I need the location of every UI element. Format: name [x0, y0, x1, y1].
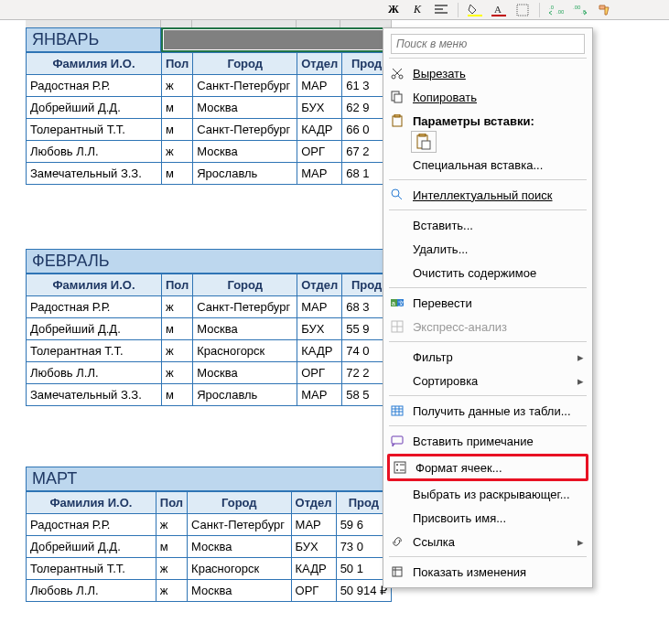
align-button[interactable]: [432, 2, 450, 18]
cell-sex[interactable]: ж: [156, 514, 187, 536]
cell-sex[interactable]: ж: [162, 340, 193, 362]
cell-city[interactable]: Москва: [193, 141, 297, 163]
menu-insert-comment[interactable]: Вставить примечание: [383, 429, 592, 453]
menu-smart-lookup[interactable]: Интеллектуальный поиск: [383, 183, 592, 207]
menu-cut[interactable]: Вырезать: [383, 61, 592, 85]
bold-button[interactable]: Ж: [384, 2, 403, 18]
table-row[interactable]: Любовь Л.Л. ж Москва ОРГ 72 2: [27, 362, 392, 384]
menu-clear-contents[interactable]: Очистить содержимое: [383, 261, 592, 284]
cell-dept[interactable]: МАР: [297, 75, 342, 97]
menu-format-cells[interactable]: Формат ячеек...: [387, 454, 588, 481]
cell-dept[interactable]: МАР: [291, 514, 336, 536]
cell-name[interactable]: Толерантный Т.Т.: [27, 119, 162, 141]
cell-city[interactable]: Ярославль: [193, 163, 297, 185]
paste-option-default[interactable]: [411, 131, 437, 153]
cell-city[interactable]: Москва: [193, 97, 297, 119]
cell-name[interactable]: Любовь Л.Л.: [27, 580, 156, 602]
table-row[interactable]: Добрейший Д.Д. м Москва БУХ 55 9: [27, 318, 392, 340]
cell-city[interactable]: Красногорск: [193, 340, 297, 362]
italic-button[interactable]: К: [408, 2, 426, 18]
cell-city[interactable]: Санкт-Петербург: [188, 514, 291, 536]
table-row[interactable]: Толерантный Т.Т. ж Красногорск КАДР 50 1: [27, 558, 392, 580]
menu-insert[interactable]: Вставить...: [383, 213, 592, 237]
cell-dept[interactable]: БУХ: [297, 97, 342, 119]
menu-delete[interactable]: Удалить...: [383, 237, 592, 261]
cell-name[interactable]: Любовь Л.Л.: [27, 141, 162, 163]
table-row[interactable]: Замечательный З.З. м Ярославль МАР 68 1: [27, 163, 392, 185]
cell-dept[interactable]: КАДР: [297, 119, 342, 141]
cell-name[interactable]: Радостная Р.Р.: [27, 75, 162, 97]
cell-name[interactable]: Добрейший Д.Д.: [27, 536, 156, 558]
cell-dept[interactable]: ОРГ: [297, 362, 342, 384]
cell-sex[interactable]: м: [162, 97, 193, 119]
table-row[interactable]: Радостная Р.Р. ж Санкт-Петербург МАР 59 …: [27, 514, 392, 536]
cell-dept[interactable]: МАР: [297, 163, 342, 185]
cell-city[interactable]: Москва: [193, 362, 297, 384]
cell-city[interactable]: Москва: [188, 536, 291, 558]
cell-sex[interactable]: ж: [156, 558, 187, 580]
cell-city[interactable]: Москва: [188, 580, 291, 602]
cell-sex[interactable]: м: [162, 318, 193, 340]
cell-dept[interactable]: ОРГ: [291, 580, 336, 602]
menu-search-input[interactable]: [391, 34, 585, 54]
cell-sex[interactable]: ж: [162, 296, 193, 318]
cell-name[interactable]: Толерантный Т.Т.: [27, 558, 156, 580]
cell-dept[interactable]: КАДР: [297, 340, 342, 362]
selected-range[interactable]: [161, 27, 392, 52]
table-row[interactable]: Любовь Л.Л. ж Москва ОРГ 67 2: [27, 141, 392, 163]
cell-dept[interactable]: МАР: [297, 384, 342, 406]
cell-name[interactable]: Добрейший Д.Д.: [27, 97, 162, 119]
decrease-decimal-button[interactable]: .0.00: [547, 2, 566, 18]
borders-button[interactable]: [513, 2, 532, 18]
table-row[interactable]: Толерантный Т.Т. м Санкт-Петербург КАДР …: [27, 119, 392, 141]
menu-link[interactable]: Ссылка ▸: [383, 530, 592, 553]
menu-filter[interactable]: Фильтр ▸: [383, 345, 592, 369]
cell-city[interactable]: Ярославль: [193, 384, 297, 406]
cell-sex[interactable]: м: [156, 536, 187, 558]
cell-sex[interactable]: м: [162, 119, 193, 141]
table-row[interactable]: Любовь Л.Л. ж Москва ОРГ 50 914 ₽: [27, 580, 392, 602]
cell-city[interactable]: Москва: [193, 318, 297, 340]
cell-sex[interactable]: м: [162, 163, 193, 185]
cell-name[interactable]: Любовь Л.Л.: [27, 362, 162, 384]
cell-name[interactable]: Добрейший Д.Д.: [27, 318, 162, 340]
cell-dept[interactable]: БУХ: [291, 536, 336, 558]
cell-sex[interactable]: м: [162, 384, 193, 406]
table-row[interactable]: Толерантная Т.Т. ж Красногорск КАДР 74 0: [27, 340, 392, 362]
menu-define-name[interactable]: Присвоить имя...: [383, 506, 592, 530]
table-row[interactable]: Замечательный З.З. м Ярославль МАР 58 5: [27, 384, 392, 406]
format-painter-button[interactable]: [595, 2, 613, 18]
menu-translate[interactable]: a文 Перевести: [383, 291, 592, 315]
cell-dept[interactable]: БУХ: [297, 318, 342, 340]
cell-city[interactable]: Красногорск: [188, 558, 291, 580]
fill-color-button[interactable]: [466, 2, 484, 18]
table-row[interactable]: Радостная Р.Р. ж Санкт-Петербург МАР 68 …: [27, 296, 392, 318]
table-row[interactable]: Добрейший Д.Д. м Москва БУХ 73 0: [27, 536, 392, 558]
menu-show-changes[interactable]: Показать изменения: [383, 560, 592, 584]
cell-sex[interactable]: ж: [162, 75, 193, 97]
menu-pick-from-list[interactable]: Выбрать из раскрывающег...: [383, 482, 592, 506]
table-row[interactable]: Радостная Р.Р. ж Санкт-Петербург МАР 61 …: [27, 75, 392, 97]
cell-name[interactable]: Толерантная Т.Т.: [27, 340, 162, 362]
cell-name[interactable]: Замечательный З.З.: [27, 163, 162, 185]
menu-paste-special[interactable]: Специальная вставка...: [383, 153, 592, 177]
font-color-button[interactable]: А: [490, 2, 508, 18]
cell-name[interactable]: Радостная Р.Р.: [27, 296, 162, 318]
menu-sort[interactable]: Сортировка ▸: [383, 369, 592, 392]
cell-dept[interactable]: МАР: [297, 296, 342, 318]
cell-city[interactable]: Санкт-Петербург: [193, 75, 297, 97]
cell-sex[interactable]: ж: [156, 580, 187, 602]
menu-get-data-from-table[interactable]: Получить данные из табли...: [383, 399, 592, 423]
menu-copy[interactable]: Копировать: [383, 85, 592, 109]
cell-sex[interactable]: ж: [162, 362, 193, 384]
cell-sex[interactable]: ж: [162, 141, 193, 163]
cell-dept[interactable]: КАДР: [291, 558, 336, 580]
cell-city[interactable]: Санкт-Петербург: [193, 119, 297, 141]
cell-name[interactable]: Замечательный З.З.: [27, 384, 162, 406]
cell-dept[interactable]: ОРГ: [297, 141, 342, 163]
increase-decimal-button[interactable]: .00.0: [571, 2, 589, 18]
menu-label: Вставить примечание: [413, 435, 585, 448]
cell-name[interactable]: Радостная Р.Р.: [27, 514, 156, 536]
table-row[interactable]: Добрейший Д.Д. м Москва БУХ 62 9: [27, 97, 392, 119]
cell-city[interactable]: Санкт-Петербург: [193, 296, 297, 318]
